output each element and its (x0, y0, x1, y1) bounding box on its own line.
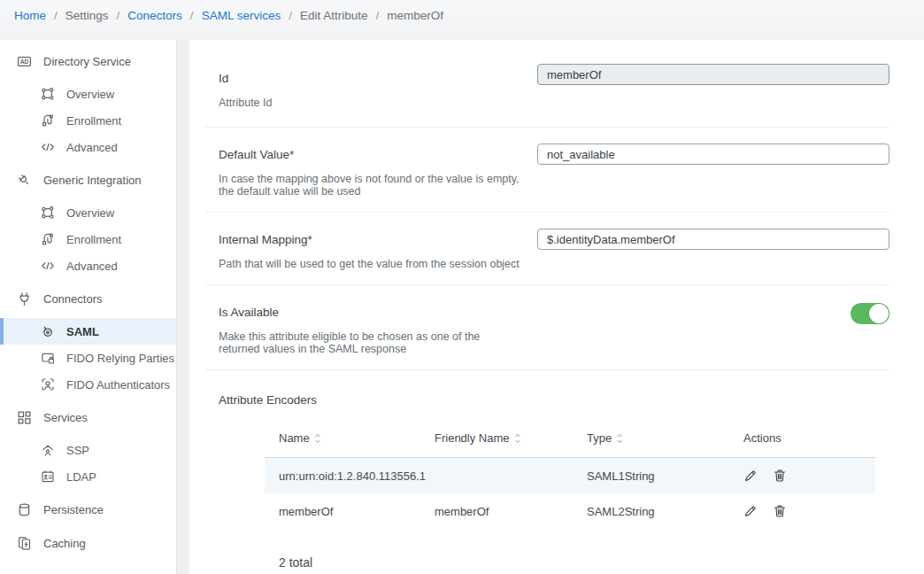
sidebar-item-label: SSP (66, 444, 89, 457)
saml-icon (41, 324, 55, 338)
breadcrumb-settings: Settings (65, 9, 109, 22)
sidebar-item-label: Overview (66, 206, 114, 220)
column-header-label: Friendly Name (435, 431, 510, 445)
sidebar-item-label: Enrollment (66, 114, 121, 128)
plug-icon (17, 291, 32, 306)
table-row: urn:urn:oid:1.2.840.113556.1 SAML1String (265, 458, 875, 493)
sidebar-item-ldap[interactable]: LDAP (0, 463, 176, 490)
sidebar-item-caching[interactable]: Caching (0, 529, 176, 557)
default-value-field-helper: In case the mapping above is not found o… (219, 173, 520, 198)
sort-icon (314, 433, 321, 444)
active-directory-icon: AD (17, 54, 32, 69)
sort-icon (616, 433, 623, 444)
column-header-actions: Actions (714, 431, 875, 445)
database-icon (17, 502, 32, 517)
column-header-type[interactable]: Type (573, 431, 714, 445)
edit-icon[interactable] (743, 469, 758, 483)
sidebar-item-gi-advanced[interactable]: Advanced (0, 252, 176, 279)
cell-name: urn:urn:oid:1.2.840.113556.1 (265, 469, 420, 483)
default-value-field-label: Default Value* (219, 148, 520, 161)
ssp-icon (41, 443, 55, 457)
main-content: Id Attribute Id Default Value* In case t… (189, 40, 924, 574)
sidebar-item-label: FIDO Relying Parties (66, 352, 174, 365)
sidebar-item-ds-advanced[interactable]: Advanced (0, 134, 176, 160)
breadcrumb-edit-attribute: Edit Attribute (300, 9, 368, 22)
enrollment-icon (41, 113, 55, 128)
field-row-id: Id Attribute Id (205, 40, 889, 128)
sidebar-item-label: FIDO Authenticators (66, 378, 170, 392)
breadcrumb-separator: / (54, 9, 58, 22)
id-field-helper: Attribute Id (219, 97, 520, 109)
sidebar-item-label: LDAP (66, 470, 96, 484)
field-row-default-value: Default Value* In case the mapping above… (205, 128, 889, 213)
sidebar-item-persistence[interactable]: Persistence (0, 495, 176, 524)
sidebar-item-fido-authenticators[interactable]: FIDO Authenticators (0, 371, 176, 398)
sidebar-item-connectors[interactable]: Connectors (0, 284, 176, 313)
sidebar-item-label: Generic Integration (43, 174, 142, 187)
column-header-friendly-name[interactable]: Friendly Name (420, 431, 573, 445)
sidebar-content-gutter (177, 40, 189, 574)
svg-text:AD: AD (20, 58, 29, 64)
is-available-field-label: Is Available (219, 306, 520, 319)
breadcrumb-conectors[interactable]: Conectors (127, 9, 182, 22)
ldap-icon (41, 469, 55, 484)
is-available-toggle[interactable] (851, 303, 889, 324)
sidebar-item-gi-enrollment[interactable]: Enrollment (0, 226, 176, 252)
sidebar-item-saml[interactable]: SAML (0, 318, 176, 345)
sidebar-item-label: Advanced (66, 141, 118, 154)
internal-mapping-input[interactable] (537, 229, 889, 250)
table-row: memberOf memberOf SAML2String (265, 493, 875, 529)
caching-icon (17, 536, 32, 551)
sidebar: AD Directory Service Overview Enrollment… (0, 40, 177, 574)
column-header-label: Name (279, 431, 310, 445)
breadcrumb-separator: / (289, 9, 292, 22)
column-header-name[interactable]: Name (265, 431, 420, 445)
sidebar-item-fido-relying-parties[interactable]: FIDO Relying Parties (0, 345, 176, 371)
default-value-input[interactable] (537, 144, 889, 165)
sidebar-item-ds-enrollment[interactable]: Enrollment (0, 107, 176, 134)
sidebar-item-label: Persistence (43, 503, 104, 516)
internal-mapping-field-label: Internal Mapping* (219, 233, 520, 246)
code-icon (41, 259, 55, 273)
toggle-knob (869, 304, 889, 323)
enrollment-icon (41, 232, 55, 246)
sidebar-item-label: SAML (66, 325, 99, 338)
id-field-label: Id (219, 72, 520, 85)
breadcrumb-saml-services[interactable]: SAML services (202, 9, 281, 22)
internal-mapping-field-helper: Path that will be used to get the value … (219, 258, 520, 270)
overview-icon (41, 206, 55, 220)
id-input[interactable] (537, 64, 889, 85)
sort-icon (514, 433, 521, 444)
sidebar-item-generic-integration[interactable]: Generic Integration (0, 166, 176, 194)
sidebar-item-gi-overview[interactable]: Overview (0, 199, 176, 226)
is-available-field-helper: Make this attribute eligible to be chose… (219, 330, 520, 355)
breadcrumb-separator: / (190, 9, 194, 22)
column-header-label: Type (587, 431, 612, 445)
sidebar-item-ds-overview[interactable]: Overview (0, 81, 176, 107)
code-icon (41, 140, 55, 154)
sidebar-item-ssp[interactable]: SSP (0, 437, 176, 463)
sidebar-item-services[interactable]: Services (0, 403, 176, 431)
services-grid-icon (17, 410, 32, 425)
edit-icon[interactable] (743, 504, 758, 518)
field-row-internal-mapping: Internal Mapping* Path that will be used… (205, 213, 889, 285)
column-header-label: Actions (743, 431, 782, 445)
sidebar-item-label: Caching (43, 537, 86, 550)
integration-icon (17, 173, 32, 188)
field-row-is-available: Is Available Make this attribute eligibl… (205, 285, 889, 370)
attribute-encoders-section: Attribute Encoders Name Friendly Name (205, 393, 889, 574)
breadcrumb-home[interactable]: Home (14, 9, 46, 22)
cell-type: SAML1String (573, 469, 714, 483)
authenticator-icon (41, 377, 55, 392)
sidebar-item-label: Enrollment (66, 233, 121, 246)
breadcrumb-separator: / (117, 9, 120, 22)
cell-friendly-name: memberOf (420, 505, 573, 518)
overview-icon (41, 87, 55, 101)
sidebar-item-label: Connectors (43, 292, 102, 306)
table-header-row: Name Friendly Name Type (265, 419, 875, 458)
sidebar-item-directory-service[interactable]: AD Directory Service (0, 47, 176, 75)
delete-icon[interactable] (773, 504, 787, 518)
attribute-encoders-title: Attribute Encoders (219, 393, 889, 407)
delete-icon[interactable] (773, 469, 787, 483)
sidebar-item-label: Directory Service (43, 55, 131, 68)
